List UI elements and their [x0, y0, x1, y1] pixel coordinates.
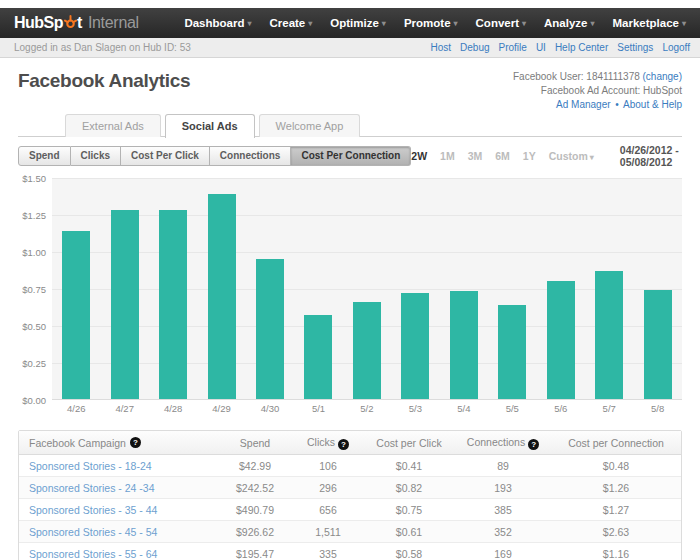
y-tick-label: $0.50 — [22, 321, 46, 332]
chart-bar-4-28[interactable] — [159, 210, 187, 399]
cell-clicks: 296 — [293, 482, 363, 494]
x-tick-label: 5/7 — [595, 403, 623, 414]
cell-cost_per_click: $0.41 — [363, 460, 455, 472]
cell-clicks: 656 — [293, 504, 363, 516]
utility-link-host[interactable]: Host — [430, 42, 451, 53]
nav-item-create[interactable]: Create▾ — [269, 17, 312, 29]
utility-link-logoff[interactable]: Logoff — [662, 42, 690, 53]
metric-button-group: SpendClicksCost Per ClickConnectionsCost… — [18, 146, 411, 166]
chart-bar-5-7[interactable] — [595, 271, 623, 399]
ad-account-value: HubSpot — [643, 85, 682, 96]
tab-social-ads[interactable]: Social Ads — [165, 114, 255, 138]
table-row: Sponsored Stories - 55 - 64$195.47335$0.… — [19, 543, 681, 560]
metric-button-spend[interactable]: Spend — [18, 146, 71, 166]
cell-cost_per_click: $0.58 — [363, 548, 455, 560]
cost-per-connection-chart: $0.00$0.25$0.50$0.75$1.00$1.25$1.50 4/26… — [18, 178, 682, 416]
about-help-link[interactable]: About & Help — [623, 99, 682, 110]
x-tick-label: 4/28 — [159, 403, 187, 414]
range-2w[interactable]: 2W — [411, 150, 427, 162]
nav-item-convert[interactable]: Convert▾ — [476, 17, 526, 29]
help-icon[interactable]: ? — [528, 439, 539, 450]
utility-link-settings[interactable]: Settings — [617, 42, 653, 53]
time-controls: 2W1M3M6M1YCustom▾ 04/26/2012 - 05/08/201… — [411, 144, 682, 168]
nav-item-optimize[interactable]: Optimize▾ — [330, 17, 386, 29]
nav-item-dashboard[interactable]: Dashboard▾ — [184, 17, 251, 29]
link-separator: • — [615, 99, 619, 110]
cell-campaign: Sponsored Stories - 24 -34 — [19, 482, 217, 494]
cell-cost_per_click: $0.82 — [363, 482, 455, 494]
nav-item-analyze[interactable]: Analyze▾ — [544, 17, 594, 29]
chart-bar-4-26[interactable] — [62, 231, 90, 399]
page-content: Facebook Analytics Facebook User: 184111… — [0, 58, 700, 560]
cell-clicks: 335 — [293, 548, 363, 560]
chevron-down-icon: ▾ — [308, 19, 312, 28]
metric-button-cost-per-connection[interactable]: Cost Per Connection — [291, 146, 411, 166]
chart-bar-5-2[interactable] — [353, 302, 381, 399]
range-selector: 2W1M3M6M1YCustom▾ — [411, 150, 593, 162]
campaign-link[interactable]: Sponsored Stories - 18-24 — [29, 460, 152, 472]
metric-button-clicks[interactable]: Clicks — [71, 146, 121, 166]
range-3m[interactable]: 3M — [468, 150, 483, 162]
range-1y[interactable]: 1Y — [523, 150, 536, 162]
utility-bar: Logged in as Dan Slagen on Hub ID: 53 Ho… — [0, 38, 700, 58]
chart-x-axis: 4/264/274/284/294/305/15/25/35/45/55/65/… — [52, 403, 682, 414]
chart-bar-5-4[interactable] — [450, 291, 478, 399]
cell-connections: 89 — [455, 460, 551, 472]
campaign-link[interactable]: Sponsored Stories - 35 - 44 — [29, 504, 157, 516]
chart-bar-4-29[interactable] — [208, 194, 236, 399]
table-row: Sponsored Stories - 45 - 54$926.621,511$… — [19, 521, 681, 543]
top-margin — [0, 0, 700, 8]
y-tick-label: $0.25 — [22, 358, 46, 369]
chevron-down-icon: ▾ — [590, 19, 594, 28]
utility-link-debug[interactable]: Debug — [460, 42, 489, 53]
cell-clicks: 106 — [293, 460, 363, 472]
cell-cost_per_click: $0.75 — [363, 504, 455, 516]
nav-item-promote[interactable]: Promote▾ — [404, 17, 458, 29]
y-tick-label: $1.25 — [22, 210, 46, 221]
campaign-link[interactable]: Sponsored Stories - 55 - 64 — [29, 548, 157, 560]
cell-cost_per_click: $0.61 — [363, 526, 455, 538]
cell-spend: $490.79 — [217, 504, 293, 516]
page-title: Facebook Analytics — [18, 70, 190, 92]
table-row: Sponsored Stories - 24 -34$242.52296$0.8… — [19, 477, 681, 499]
chart-bar-5-6[interactable] — [547, 281, 575, 399]
chart-y-axis: $0.00$0.25$0.50$0.75$1.00$1.25$1.50 — [18, 178, 48, 400]
utility-link-ui[interactable]: UI — [536, 42, 546, 53]
tab-welcome-app[interactable]: Welcome App — [259, 114, 361, 137]
change-user-link[interactable]: (change) — [643, 71, 682, 82]
tab-external-ads[interactable]: External Ads — [65, 114, 161, 137]
column-header-label: Spend — [240, 437, 270, 449]
chevron-down-icon: ▾ — [682, 19, 686, 28]
cell-spend: $42.99 — [217, 460, 293, 472]
column-header-label: Clicks — [307, 436, 335, 448]
chart-bar-5-8[interactable] — [644, 290, 672, 399]
ad-account-label: Facebook Ad Account: — [541, 85, 641, 96]
utility-link-help-center[interactable]: Help Center — [555, 42, 608, 53]
chart-bar-4-30[interactable] — [256, 259, 284, 399]
campaign-link[interactable]: Sponsored Stories - 45 - 54 — [29, 526, 157, 538]
help-icon[interactable]: ? — [130, 437, 141, 448]
metric-button-cost-per-click[interactable]: Cost Per Click — [121, 146, 210, 166]
cell-campaign: Sponsored Stories - 55 - 64 — [19, 548, 217, 560]
campaign-link[interactable]: Sponsored Stories - 24 -34 — [29, 482, 155, 494]
hubspot-logo[interactable]: HubSp t Internal — [14, 14, 139, 33]
ad-manager-link[interactable]: Ad Manager — [556, 99, 610, 110]
table-row: Sponsored Stories - 18-24$42.99106$0.418… — [19, 455, 681, 477]
chart-bar-4-27[interactable] — [111, 210, 139, 399]
utility-link-profile[interactable]: Profile — [499, 42, 527, 53]
range-1m[interactable]: 1M — [440, 150, 455, 162]
nav-item-marketplace[interactable]: Marketplace▾ — [613, 17, 687, 29]
metric-button-connections[interactable]: Connections — [210, 146, 292, 166]
cell-campaign: Sponsored Stories - 35 - 44 — [19, 504, 217, 516]
chart-bar-5-1[interactable] — [304, 315, 332, 399]
range-6m[interactable]: 6M — [495, 150, 510, 162]
column-header-clicks: Clicks? — [293, 436, 363, 450]
chart-bar-5-3[interactable] — [401, 293, 429, 399]
logo-product-name: Internal — [88, 14, 139, 32]
x-tick-label: 5/6 — [547, 403, 575, 414]
x-tick-label: 5/3 — [401, 403, 429, 414]
help-icon[interactable]: ? — [338, 439, 349, 450]
range-custom[interactable]: Custom▾ — [549, 150, 594, 162]
logo-text-suffix: t — [77, 14, 82, 32]
chart-bar-5-5[interactable] — [498, 305, 526, 399]
